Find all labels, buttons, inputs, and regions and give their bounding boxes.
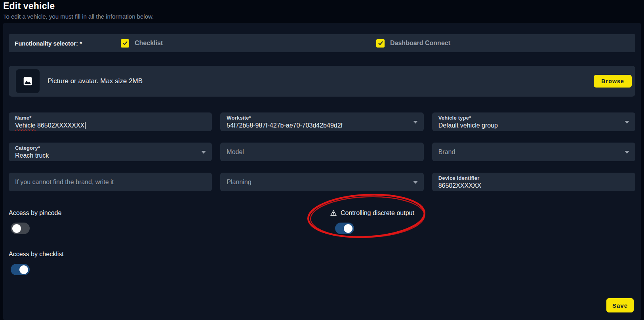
functionality-option-dashboard-connect[interactable]: Dashboard Connect bbox=[376, 34, 450, 52]
name-field[interactable]: Name* Vehicle 86502XXXXXXX bbox=[9, 112, 212, 131]
controlling-discrete-output-toggle[interactable] bbox=[335, 223, 354, 234]
checklist-checkbox-label: Checklist bbox=[135, 40, 163, 47]
planning-field-placeholder: Planning bbox=[227, 179, 251, 186]
checklist-checkbox[interactable] bbox=[121, 39, 129, 48]
worksite-field-label: Worksite* bbox=[227, 115, 410, 121]
edit-vehicle-panel: Functionality selector: * Checklist Dash… bbox=[3, 23, 641, 320]
access-by-checklist-section: Access by checklist bbox=[9, 250, 64, 275]
controlling-discrete-output-label: Controlling discrete output bbox=[341, 209, 414, 217]
chevron-down-icon[interactable] bbox=[413, 121, 418, 124]
functionality-option-checklist[interactable]: Checklist bbox=[121, 34, 163, 52]
name-field-label: Name* bbox=[15, 115, 198, 121]
access-by-pincode-section: Access by pincode bbox=[9, 209, 61, 234]
access-by-pincode-label: Access by pincode bbox=[9, 209, 61, 217]
brand-custom-field-placeholder: If you cannot find the brand, write it bbox=[15, 179, 114, 186]
model-field[interactable]: Model bbox=[220, 143, 423, 161]
toggle-knob bbox=[19, 265, 28, 274]
chevron-down-icon[interactable] bbox=[625, 121, 629, 124]
brand-field-placeholder: Brand bbox=[438, 149, 455, 156]
chevron-down-icon[interactable] bbox=[201, 151, 206, 154]
chevron-down-icon[interactable] bbox=[625, 151, 629, 154]
device-identifier-field-value: 86502XXXXXX bbox=[438, 182, 622, 189]
save-button[interactable]: Save bbox=[606, 298, 634, 312]
toggle-knob bbox=[12, 224, 21, 233]
check-icon bbox=[378, 40, 383, 46]
vehicle-type-field[interactable]: Vehicle type* Default vehicle group bbox=[432, 112, 635, 131]
worksite-field[interactable]: Worksite* 54f72b58-987f-427b-ae70-703d42… bbox=[220, 112, 423, 131]
controlling-discrete-output-section: Controlling discrete output bbox=[330, 209, 414, 234]
warning-icon bbox=[330, 210, 337, 217]
avatar-upload-card: Picture or avatar. Max size 2MB Browse bbox=[9, 66, 635, 97]
check-icon bbox=[122, 40, 128, 46]
misspelled-word: Vehicle bbox=[15, 122, 36, 129]
category-field-label: Category* bbox=[15, 145, 198, 151]
page-subtitle: To edit a vehicle, you must fill in all … bbox=[3, 13, 154, 20]
brand-field[interactable]: Brand bbox=[432, 143, 635, 161]
browse-button[interactable]: Browse bbox=[594, 75, 632, 88]
avatar-placeholder bbox=[16, 69, 40, 93]
planning-field[interactable]: Planning bbox=[220, 173, 423, 191]
page-title: Edit vehicle bbox=[3, 1, 154, 11]
toggle-knob bbox=[344, 224, 352, 233]
access-by-checklist-label: Access by checklist bbox=[9, 250, 64, 258]
vehicle-type-field-label: Vehicle type* bbox=[438, 115, 622, 121]
functionality-selector-bar: Functionality selector: * Checklist Dash… bbox=[9, 34, 635, 52]
name-field-value: Vehicle 86502XXXXXXX bbox=[15, 122, 198, 129]
chevron-down-icon[interactable] bbox=[413, 181, 418, 184]
device-identifier-field[interactable]: Device identifier 86502XXXXXX bbox=[432, 173, 635, 191]
functionality-selector-label: Functionality selector: * bbox=[15, 40, 82, 47]
access-by-pincode-toggle[interactable] bbox=[11, 223, 30, 234]
avatar-help-text: Picture or avatar. Max size 2MB bbox=[48, 77, 143, 85]
access-by-checklist-toggle[interactable] bbox=[11, 264, 30, 275]
dashboard-connect-checkbox-label: Dashboard Connect bbox=[390, 40, 450, 47]
worksite-field-value: 54f72b58-987f-427b-ae70-703d42b49d2f bbox=[227, 122, 410, 129]
category-field[interactable]: Category* Reach truck bbox=[9, 143, 212, 161]
text-cursor bbox=[85, 122, 86, 129]
page-header: Edit vehicle To edit a vehicle, you must… bbox=[3, 1, 154, 20]
vehicle-form-grid: Name* Vehicle 86502XXXXXXX Worksite* 54f… bbox=[9, 112, 635, 191]
dashboard-connect-checkbox[interactable] bbox=[376, 39, 385, 48]
brand-custom-field[interactable]: If you cannot find the brand, write it bbox=[9, 173, 212, 191]
model-field-placeholder: Model bbox=[227, 149, 244, 156]
name-value-rest: 86502XXXXXXX bbox=[36, 122, 85, 129]
category-field-value: Reach truck bbox=[15, 152, 198, 159]
device-identifier-field-label: Device identifier bbox=[438, 175, 622, 181]
vehicle-type-field-value: Default vehicle group bbox=[438, 122, 622, 129]
image-icon bbox=[23, 76, 33, 86]
